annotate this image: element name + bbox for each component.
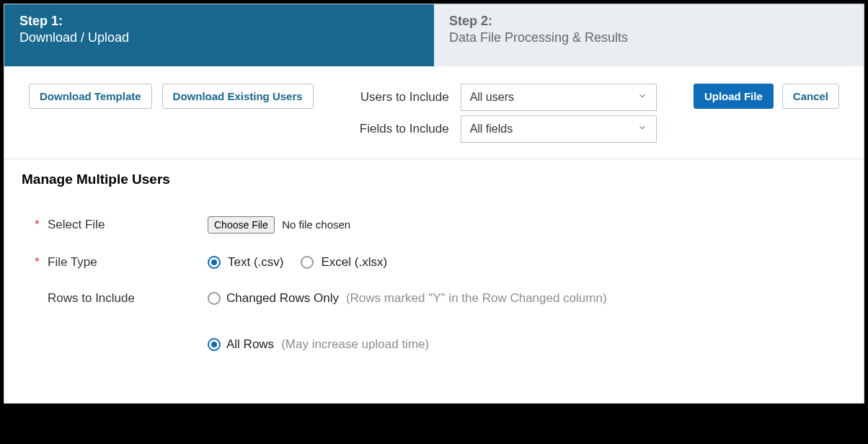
rows-radio-group: Changed Rows Only (Rows marked "Y" in th… [208, 291, 607, 383]
step-2-title: Step 2: [449, 14, 849, 29]
rows-all-radio[interactable] [208, 338, 221, 351]
file-type-label-text: File Type [48, 255, 97, 270]
users-to-include-value: All users [470, 91, 514, 104]
rows-to-include-row: Rows to Include Changed Rows Only (Rows … [35, 291, 833, 383]
toolbar-left: Download Template Download Existing User… [29, 84, 314, 109]
download-existing-users-button[interactable]: Download Existing Users [162, 84, 314, 109]
chevron-down-icon [637, 123, 647, 136]
fields-to-include-label: Fields to Include [348, 122, 449, 136]
form: * Select File Choose File No file chosen… [4, 187, 864, 391]
toolbar-right: Upload File Cancel [694, 84, 839, 109]
step-2-subtitle: Data File Processing & Results [449, 30, 849, 45]
step-1-subtitle: Download / Upload [19, 30, 419, 45]
required-asterisk: * [35, 255, 42, 270]
fields-to-include-value: All fields [470, 123, 513, 136]
upload-file-button[interactable]: Upload File [694, 84, 774, 109]
rows-changed-row: Changed Rows Only (Rows marked "Y" in th… [208, 291, 607, 306]
chevron-down-icon [637, 91, 647, 104]
select-file-label: * Select File [35, 218, 208, 232]
choose-file-button[interactable]: Choose File [208, 216, 275, 234]
rows-changed-radio[interactable] [208, 292, 221, 305]
main-container: Step 1: Download / Upload Step 2: Data F… [4, 4, 864, 404]
cancel-button[interactable]: Cancel [782, 84, 839, 109]
toolbar-filters: Users to Include All users Fields to Inc… [348, 84, 657, 143]
file-type-csv-label: Text (.csv) [228, 255, 283, 270]
rows-changed-label: Changed Rows Only [226, 291, 339, 306]
users-to-include-select[interactable]: All users [461, 84, 657, 111]
fields-to-include-row: Fields to Include All fields [348, 115, 657, 143]
step-header: Step 1: Download / Upload Step 2: Data F… [4, 4, 864, 66]
step-1[interactable]: Step 1: Download / Upload [4, 4, 434, 66]
file-type-csv-radio[interactable] [208, 256, 221, 269]
rows-to-include-label-text: Rows to Include [48, 291, 135, 306]
file-type-row: * File Type Text (.csv) Excel (.xlsx) [35, 255, 833, 270]
select-file-row: * Select File Choose File No file chosen [35, 216, 833, 234]
select-file-label-text: Select File [48, 218, 105, 232]
rows-to-include-label: Rows to Include [35, 291, 208, 306]
rows-all-row: All Rows (May increase upload time) [208, 337, 607, 352]
required-asterisk: * [35, 218, 42, 232]
rows-all-hint: (May increase upload time) [281, 337, 429, 352]
fields-to-include-select[interactable]: All fields [461, 115, 657, 143]
step-2[interactable]: Step 2: Data File Processing & Results [434, 4, 864, 66]
rows-changed-hint: (Rows marked "Y" in the Row Changed colu… [346, 291, 607, 306]
step-1-title: Step 1: [19, 14, 419, 29]
file-type-radio-group: Text (.csv) Excel (.xlsx) [208, 255, 387, 270]
file-type-xlsx-radio[interactable] [301, 256, 314, 269]
users-to-include-label: Users to Include [348, 90, 449, 105]
file-input-wrap: Choose File No file chosen [208, 216, 350, 234]
file-type-label: * File Type [35, 255, 208, 270]
users-to-include-row: Users to Include All users [348, 84, 657, 111]
file-type-xlsx-label: Excel (.xlsx) [321, 255, 387, 270]
rows-all-label: All Rows [226, 337, 274, 352]
file-status-text: No file chosen [282, 218, 350, 231]
download-template-button[interactable]: Download Template [29, 84, 152, 109]
section-title: Manage Multiple Users [4, 159, 864, 187]
toolbar: Download Template Download Existing User… [4, 66, 864, 159]
